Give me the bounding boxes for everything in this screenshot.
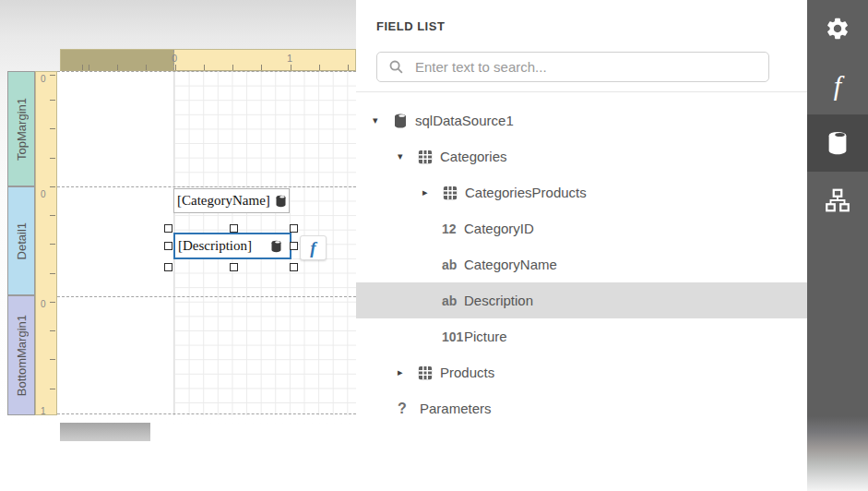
table-icon xyxy=(417,365,434,381)
tree-node-label: Picture xyxy=(464,329,507,344)
band-tab-bottommargin[interactable]: BottomMargin1 xyxy=(7,295,35,415)
resize-handle-bottom-right[interactable] xyxy=(290,263,298,271)
tree-node-description-selected[interactable]: ab Description xyxy=(356,282,807,318)
resize-handle-middle-left[interactable] xyxy=(164,242,172,250)
search-icon xyxy=(388,59,404,75)
resize-handle-bottom-center[interactable] xyxy=(230,263,238,271)
bound-field-icon xyxy=(269,239,283,254)
chevron-right-icon[interactable]: ▸ xyxy=(422,186,442,198)
ruler-number: 0 xyxy=(41,189,46,199)
vertical-ruler: 0 0 0 1 xyxy=(35,71,57,415)
tree-node-label: Products xyxy=(440,365,494,380)
ruler-number: 1 xyxy=(41,406,46,416)
ruler-number: 1 xyxy=(287,53,292,64)
tree-node-products[interactable]: ▸ Products xyxy=(356,354,807,390)
label-control-categoryname[interactable]: [CategoryName] xyxy=(173,188,290,213)
ruler-number: 0 xyxy=(41,299,46,309)
field-list-panel: FIELD LIST ▾ sqlDataSource1 ▾ xyxy=(356,0,807,491)
ruler-ticks xyxy=(50,72,55,414)
resize-handle-bottom-left[interactable] xyxy=(164,263,172,271)
report-explorer-tab-button[interactable] xyxy=(807,172,868,229)
table-icon xyxy=(442,185,458,201)
database-icon xyxy=(824,129,851,157)
hierarchy-icon xyxy=(824,186,851,214)
gear-icon xyxy=(825,16,850,42)
tree-node-label: Parameters xyxy=(420,401,492,416)
tree-node-picture[interactable]: 101 Picture xyxy=(356,318,807,354)
resize-handle-top-left[interactable] xyxy=(164,224,172,233)
control-expression-text: [Description] xyxy=(178,238,269,254)
band-separator-line xyxy=(57,296,356,297)
design-canvas[interactable]: TopMargin1 Detail1 BottomMargin1 0 0 0 1… xyxy=(0,0,356,491)
tree-node-label: sqlDataSource1 xyxy=(415,113,514,128)
tree-node-label: Categories xyxy=(440,149,507,164)
database-icon xyxy=(392,113,409,129)
band-label: Detail1 xyxy=(15,222,29,259)
resize-handle-top-right[interactable] xyxy=(290,224,298,233)
band-separator-line xyxy=(57,71,356,72)
table-icon xyxy=(417,149,434,165)
control-expression-text: [CategoryName] xyxy=(177,193,274,209)
tree-node-label: CategoriesProducts xyxy=(465,185,587,200)
tree-node-label: CategoryName xyxy=(464,257,557,272)
tree-node-categories[interactable]: ▾ Categories xyxy=(356,138,807,174)
resize-handle-middle-right[interactable] xyxy=(290,242,298,250)
tree-node-sqldatasource1[interactable]: ▾ sqlDataSource1 xyxy=(356,102,807,138)
tree-node-categoryid[interactable]: 12 CategoryID xyxy=(356,210,807,246)
tree-node-label: Description xyxy=(464,293,533,308)
ruler-ticks xyxy=(61,65,355,70)
ruler-number: 0 xyxy=(172,53,177,64)
chevron-right-icon[interactable]: ▸ xyxy=(398,366,417,378)
band-tab-topmargin[interactable]: TopMargin1 xyxy=(7,71,35,186)
chevron-down-icon[interactable]: ▾ xyxy=(398,150,417,162)
label-control-description-selected[interactable]: [Description] xyxy=(173,233,291,259)
text-field-icon: ab xyxy=(442,293,464,308)
function-icon: f xyxy=(834,72,841,100)
smart-tag-expression-button[interactable]: f xyxy=(300,235,327,260)
field-list-tab-button-active[interactable] xyxy=(807,114,868,172)
tree-node-categoriesproducts[interactable]: ▸ CategoriesProducts xyxy=(356,174,807,210)
horizontal-ruler: 0 1 xyxy=(60,49,356,71)
band-tab-detail[interactable]: Detail1 xyxy=(7,186,35,295)
tree-node-categoryname[interactable]: ab CategoryName xyxy=(356,246,807,282)
tree-node-parameters[interactable]: ? Parameters xyxy=(356,390,807,426)
dock-toolbar: f xyxy=(807,0,868,491)
function-icon: f xyxy=(310,238,315,258)
report-designer-window: TopMargin1 Detail1 BottomMargin1 0 0 0 1… xyxy=(0,0,868,491)
band-separator-line xyxy=(57,186,356,187)
horizontal-scrollbar-thumb[interactable] xyxy=(60,423,150,441)
ruler-number: 0 xyxy=(41,74,46,84)
search-box[interactable] xyxy=(376,52,769,82)
binary-field-icon: 101 xyxy=(442,329,464,344)
numeric-field-icon: 12 xyxy=(442,222,464,236)
band-separator-line xyxy=(57,413,356,414)
panel-title: FIELD LIST xyxy=(376,19,445,33)
panel-divider xyxy=(356,91,807,92)
field-tree: ▾ sqlDataSource1 ▾ Categories ▸ xyxy=(356,102,807,426)
properties-tab-button[interactable] xyxy=(807,0,868,57)
resize-handle-top-center[interactable] xyxy=(230,224,238,233)
chevron-down-icon[interactable]: ▾ xyxy=(373,114,392,126)
question-mark-icon: ? xyxy=(398,401,420,417)
search-input[interactable] xyxy=(415,59,757,75)
expressions-tab-button[interactable]: f xyxy=(807,57,868,114)
band-label: TopMargin1 xyxy=(15,98,29,161)
band-label: BottomMargin1 xyxy=(15,315,29,396)
tree-node-label: CategoryID xyxy=(464,221,534,236)
text-field-icon: ab xyxy=(442,257,464,272)
bound-field-icon xyxy=(274,194,288,209)
